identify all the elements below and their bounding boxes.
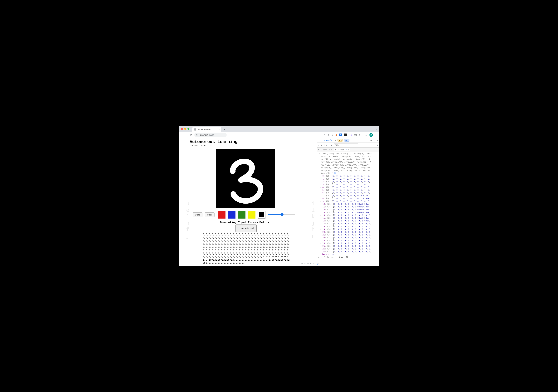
extension-metamask-icon[interactable]: ◆ [335,133,337,136]
site-info-icon[interactable]: ⓘ [196,134,198,136]
tool-row: Undo Clear [193,211,317,219]
console-array-row[interactable]: ▶ 10: (28) [0, 0, 0, 0, 0, 0, 0.03571428… [318,203,378,205]
console-array-row[interactable]: ▶ 9: (28) [0, 0, 0, 0, 0, 0, 0, 0, 0, 0,… [318,200,378,203]
console-array-row[interactable]: ▶ 0: (28) [0, 0, 0, 0, 0, 0, 0, 0, 0, 0,… [318,175,378,178]
color-swatch-red[interactable] [218,211,226,219]
console-play-icon[interactable]: ▷ [318,144,319,146]
console-array-row[interactable]: ▶ 15: (28) [0, 0, 0, 0, 0, 0, 0.03571428… [318,217,378,220]
extension-loom-icon[interactable]: ◯ [349,133,352,136]
console-output[interactable]: ▼ (28) [Array(28), Array(28), Array(28),… [317,152,379,266]
reading-list-icon[interactable]: ☰ [365,134,367,136]
console-array-row[interactable]: ▶ 7: (28) [0, 0, 0, 0, 0, 0, 0, 0, 0.035… [318,194,378,197]
clear-button[interactable]: Clear [205,213,215,217]
devtools-tab-console[interactable]: Console [324,138,333,142]
console-array-row[interactable]: ▶ 24: (28) [0, 0, 0, 0, 0, 0, 0, 0, 0, 0… [318,242,378,245]
forward-icon[interactable]: → [185,133,188,136]
console-settings-icon[interactable]: ⚙ [377,144,378,146]
close-window-icon[interactable] [181,128,183,130]
live-expression-icon[interactable]: ◉ [331,144,332,146]
fullscreen-window-icon[interactable] [187,128,189,130]
issues-pill[interactable]: 1 Issue: 🗨 1 [334,148,350,151]
console-array-summary: y(28), Array(28), Array(28), Array(28), … [318,155,378,158]
messages-badge[interactable]: 🗨 1 [344,139,349,142]
log-levels-select[interactable]: All levels ▾ [318,149,332,151]
new-tab-button[interactable]: + [222,127,227,132]
console-array-summary: ray(28), Array(28), Array(28), Array(28)… [318,161,378,163]
profile-avatar[interactable]: M [369,133,373,137]
console-array-row[interactable]: ▶ 8: (28) [0, 0, 0, 0, 0, 0, 0, 0, 0.035… [318,197,378,200]
console-array-row[interactable]: ▶ 25: (28) [0, 0, 0, 0, 0, 0, 0, 0, 0, 0… [318,245,378,247]
console-array-row[interactable]: ▶ 19: (28) [0, 0, 0, 0, 0, 0, 0, 0, 0, 0… [318,228,378,231]
bookmark-icon[interactable]: ☆ [331,134,333,136]
address-bar[interactable]: ⓘ localhost:3000 [194,133,227,137]
prototype-row[interactable]: ▶ [[Prototype]]: Array(0) [318,256,378,259]
console-array-row[interactable]: ▶ 20: (28) [0, 0, 0, 0, 0, 0, 0, 0, 0, 0… [318,231,378,234]
devtools-close-icon[interactable]: × [377,139,378,141]
color-swatch-selected-frame [258,211,265,219]
console-array-row[interactable]: ▶ 4: (28) [0, 0, 0, 0, 0, 0, 0, 0, 0, 0,… [318,186,378,189]
console-array-row[interactable]: ▶ 21: (28) [0, 0, 0, 0, 0, 0, 0, 0, 0, 0… [318,234,378,236]
tabs-overflow-icon[interactable]: ⌄ [375,128,377,130]
color-swatch-blue[interactable] [228,211,235,219]
page-title: Autonomous Learning [190,139,317,144]
reload-icon[interactable]: ⟳ [190,133,192,136]
color-swatches [218,211,265,219]
learn-ezkl-button[interactable]: Learn with ezkl [235,224,257,232]
console-array-row[interactable]: ▶ 26: (28) [0, 0, 0, 0, 0, 0, 0, 0, 0, 0… [318,247,378,250]
extension-box-icon[interactable] [354,134,357,136]
extension-wave-icon[interactable]: ≈ [344,134,347,136]
console-array-summary: ▼ (28) [Array(28), Array(28), Array(28),… [318,152,378,155]
devtools-settings-icon[interactable]: ⚙ [371,139,372,141]
minimize-window-icon[interactable] [184,128,186,130]
console-array-summary: rray(28), Array(28), Array(28), Array(28… [318,164,378,166]
console-array-row[interactable]: ▶ 12: (28) [0, 0, 0, 0, 0, 0, 0.03571428… [318,208,378,211]
console-array-row[interactable]: ▶ 23: (28) [0, 0, 0, 0, 0, 0, 0, 0, 0, 0… [318,239,378,242]
ghost-letters-right: i l k j h r [312,201,315,239]
console-array-row[interactable]: ▶ 13: (28) [0, 0, 0, 0, 0, 0, 0.03571428… [318,211,378,214]
extension-a-icon[interactable]: A [339,134,342,136]
brush-size-slider[interactable] [268,213,295,216]
device-toolbar-icon[interactable]: ▭ [321,139,322,141]
console-array-row[interactable]: ▶ 18: (28) [0, 0, 0, 0, 0, 0, 0, 0, 0, 0… [318,225,378,228]
close-tab-icon[interactable]: × [218,128,220,131]
console-array-row[interactable]: ▶ 3: (28) [0, 0, 0, 0, 0, 0, 0, 0, 0, 0,… [318,183,378,186]
console-array-row[interactable]: ▶ 5: (28) [0, 0, 0, 0, 0, 0, 0, 0, 0, 0,… [318,189,378,191]
color-swatch-black[interactable] [259,212,264,217]
extensions-puzzle-icon[interactable]: ✦ [358,134,360,136]
console-array-row[interactable]: ▶ 6: (28) [0, 0, 0, 0, 0, 0, 0, 0, 0, 0,… [318,191,378,194]
devtools-drawer-toggle[interactable]: › [317,263,319,266]
color-swatch-green[interactable] [238,211,245,219]
share-icon[interactable]: ⇪ [327,134,329,136]
console-array-row[interactable]: ▶ 17: (28) [0, 0, 0, 0, 0, 0, 0, 0, 0, 0… [318,222,378,225]
matrix-dump: 0,0,0,0,0,0,0,0,0,0,0,0,0,0,0,0,0,0,0,0,… [203,233,290,265]
devtools-menu-icon[interactable]: ⋮ [373,139,375,141]
zoom-icon[interactable]: ⊖ [323,134,325,136]
warnings-badge[interactable]: ▲ 5 [338,139,343,142]
browser-tab[interactable]: AWHack Matrix × [192,127,221,132]
browser-menu-icon[interactable]: ⋮ [375,133,378,136]
console-filter [334,143,375,147]
console-array-row[interactable]: ▶ 2: (28) [0, 0, 0, 0, 0, 0, 0, 0, 0, 0,… [318,180,378,183]
drawing-canvas[interactable] [216,149,275,208]
color-swatch-yellow[interactable] [248,211,255,219]
undo-button[interactable]: Undo [193,213,202,217]
generating-title: Generating Input Params Matrix [220,221,317,224]
back-icon[interactable]: ← [180,133,183,136]
inspect-element-icon[interactable]: ⬚ [318,139,319,141]
console-array-row[interactable]: ▶ 22: (28) [0, 0, 0, 0, 0, 0, 0, 0, 0, 0… [318,236,378,239]
console-array-row[interactable]: ▶ 16: (28) [0, 0, 0, 0, 0, 0, 0, 0, 0.03… [318,220,378,222]
console-array-row[interactable]: ▶ 11: (28) [0, 0, 0, 0, 0, 0, 0.03571428… [318,205,378,208]
page-content: u e l h f j i l k j h r Autonomous Learn… [179,138,317,266]
devtools-more-tabs-icon[interactable]: » [335,139,336,141]
devtools-panel: ⬚ ▭ Console » ▲ 5 🗨 1 ⚙ ⋮ × ▷ ⊘ top ▾ ◉ [317,138,379,266]
tab-title: AWHack Matrix [197,128,211,131]
console-context-select[interactable]: top ▾ [324,144,330,146]
console-clear-icon[interactable]: ⊘ [321,144,322,146]
console-filter-input[interactable] [334,143,358,147]
mud-dev-tools-link[interactable]: ← MUD Dev Tools [299,263,314,265]
console-array-row[interactable]: ▶ 1: (28) [0, 0, 0, 0, 0, 0, 0, 0, 0, 0,… [318,178,378,180]
side-panel-icon[interactable]: ⫿ [362,134,364,136]
console-array-row[interactable]: ▶ 27: (28) [0, 0, 0, 0, 0, 0, 0, 0, 0, 0… [318,250,378,253]
ghost-letters-left: u e l h f j [186,201,189,239]
console-array-row[interactable]: ▶ 14: (28) [0, 0, 0, 0, 0, 0, 0, 0, 0, 0… [318,214,378,217]
